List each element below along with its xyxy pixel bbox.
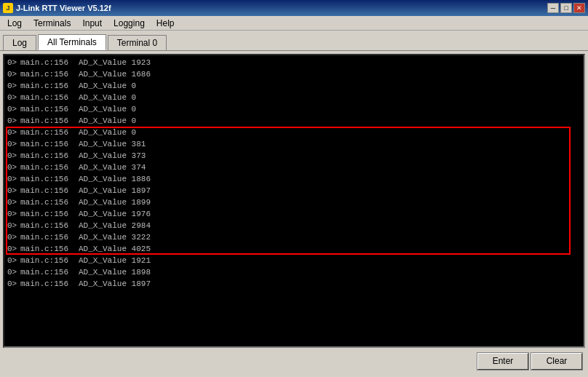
table-row: 0>main.c:156 AD_X_Value 4025: [7, 243, 581, 255]
log-key: AD_X_Value 1899: [79, 197, 151, 208]
log-source: main.c:156: [20, 197, 79, 208]
terminal-content[interactable]: 0>main.c:156 AD_X_Value 19230>main.c:156…: [4, 55, 584, 346]
log-source: main.c:156: [20, 103, 79, 115]
tab-terminal-0[interactable]: Terminal 0: [108, 35, 167, 50]
log-prefix: 0>: [7, 57, 17, 68]
tab-bar: Log All Terminals Terminal 0: [0, 31, 588, 51]
table-row: 0>main.c:156 AD_X_Value 1923: [7, 57, 581, 68]
clear-button[interactable]: Clear: [531, 353, 582, 370]
log-prefix: 0>: [7, 266, 17, 278]
table-row: 0>main.c:156 AD_X_Value 0: [7, 127, 581, 138]
log-prefix: 0>: [7, 68, 17, 80]
log-source: main.c:156: [20, 150, 79, 162]
table-row: 0>main.c:156 AD_X_Value 1897: [7, 185, 581, 197]
log-prefix: 0>: [7, 255, 17, 266]
log-source: main.c:156: [20, 185, 79, 197]
log-prefix: 0>: [7, 80, 17, 92]
log-key: AD_X_Value 1886: [79, 173, 151, 185]
log-source: main.c:156: [20, 68, 79, 80]
menu-log[interactable]: Log: [1, 17, 28, 30]
close-button[interactable]: ✕: [573, 3, 585, 13]
table-row: 0>main.c:156 AD_X_Value 2984: [7, 220, 581, 231]
log-source: main.c:156: [20, 173, 79, 185]
log-prefix: 0>: [7, 185, 17, 197]
terminal-window: 0>main.c:156 AD_X_Value 19230>main.c:156…: [3, 54, 585, 348]
log-source: main.c:156: [20, 208, 79, 220]
log-prefix: 0>: [7, 138, 17, 150]
minimize-button[interactable]: ─: [547, 3, 559, 13]
log-key: AD_X_Value 373: [79, 150, 146, 162]
log-key: AD_X_Value 3222: [79, 231, 151, 243]
log-source: main.c:156: [20, 115, 79, 127]
log-key: AD_X_Value 0: [79, 92, 136, 103]
table-row: 0>main.c:156 AD_X_Value 1898: [7, 266, 581, 278]
log-source: main.c:156: [20, 92, 79, 103]
log-source: main.c:156: [20, 266, 79, 278]
table-row: 0>main.c:156 AD_X_Value 0: [7, 92, 581, 103]
log-source: main.c:156: [20, 127, 79, 138]
log-key: AD_X_Value 1923: [79, 57, 151, 68]
log-key: AD_X_Value 0: [79, 115, 136, 127]
log-prefix: 0>: [7, 220, 17, 231]
menu-terminals[interactable]: Terminals: [28, 17, 76, 30]
log-key: AD_X_Value 1897: [79, 278, 151, 290]
table-row: 0>main.c:156 AD_X_Value 0: [7, 103, 581, 115]
log-prefix: 0>: [7, 115, 17, 127]
title-bar: J J-Link RTT Viewer V5.12f ─ □ ✕: [0, 0, 588, 16]
log-key: AD_X_Value 1897: [79, 185, 151, 197]
log-key: AD_X_Value 1686: [79, 68, 151, 80]
log-source: main.c:156: [20, 220, 79, 231]
menu-input[interactable]: Input: [76, 17, 108, 30]
log-source: main.c:156: [20, 80, 79, 92]
log-source: main.c:156: [20, 243, 79, 255]
table-row: 0>main.c:156 AD_X_Value 3222: [7, 231, 581, 243]
table-row: 0>main.c:156 AD_X_Value 1886: [7, 173, 581, 185]
log-prefix: 0>: [7, 278, 17, 290]
table-row: 0>main.c:156 AD_X_Value 1899: [7, 197, 581, 208]
log-key: AD_X_Value 0: [79, 103, 136, 115]
log-prefix: 0>: [7, 127, 17, 138]
log-source: main.c:156: [20, 138, 79, 150]
menu-help[interactable]: Help: [151, 17, 180, 30]
log-prefix: 0>: [7, 197, 17, 208]
log-prefix: 0>: [7, 92, 17, 103]
log-key: AD_X_Value 4025: [79, 243, 151, 255]
menu-logging[interactable]: Logging: [108, 17, 151, 30]
table-row: 0>main.c:156 AD_X_Value 373: [7, 150, 581, 162]
tab-all-terminals[interactable]: All Terminals: [38, 34, 106, 50]
window-title: J-Link RTT Viewer V5.12f: [16, 4, 111, 12]
app-icon: J: [3, 3, 13, 13]
log-prefix: 0>: [7, 103, 17, 115]
table-row: 0>main.c:156 AD_X_Value 1686: [7, 68, 581, 80]
table-row: 0>main.c:156 AD_X_Value 1921: [7, 255, 581, 266]
log-key: AD_X_Value 2984: [79, 220, 151, 231]
table-row: 0>main.c:156 AD_X_Value 0: [7, 115, 581, 127]
table-row: 0>main.c:156 AD_X_Value 374: [7, 162, 581, 173]
tab-log[interactable]: Log: [3, 35, 36, 50]
log-key: AD_X_Value 374: [79, 162, 146, 173]
log-source: main.c:156: [20, 162, 79, 173]
log-prefix: 0>: [7, 231, 17, 243]
enter-button[interactable]: Enter: [477, 353, 528, 370]
table-row: 0>main.c:156 AD_X_Value 0: [7, 80, 581, 92]
log-key: AD_X_Value 381: [79, 138, 146, 150]
title-bar-text: J J-Link RTT Viewer V5.12f: [3, 3, 111, 13]
log-key: AD_X_Value 0: [79, 127, 136, 138]
log-source: main.c:156: [20, 255, 79, 266]
table-row: 0>main.c:156 AD_X_Value 1897: [7, 278, 581, 290]
log-prefix: 0>: [7, 150, 17, 162]
log-key: AD_X_Value 1976: [79, 208, 151, 220]
table-row: 0>main.c:156 AD_X_Value 1976: [7, 208, 581, 220]
log-key: AD_X_Value 0: [79, 80, 136, 92]
log-prefix: 0>: [7, 243, 17, 255]
bottom-controls: Enter Clear: [3, 348, 585, 374]
maximize-button[interactable]: □: [560, 3, 572, 13]
log-source: main.c:156: [20, 231, 79, 243]
log-source: main.c:156: [20, 57, 79, 68]
table-row: 0>main.c:156 AD_X_Value 381: [7, 138, 581, 150]
log-key: AD_X_Value 1921: [79, 255, 151, 266]
log-prefix: 0>: [7, 173, 17, 185]
window-controls: ─ □ ✕: [547, 3, 585, 13]
log-key: AD_X_Value 1898: [79, 266, 151, 278]
log-prefix: 0>: [7, 208, 17, 220]
